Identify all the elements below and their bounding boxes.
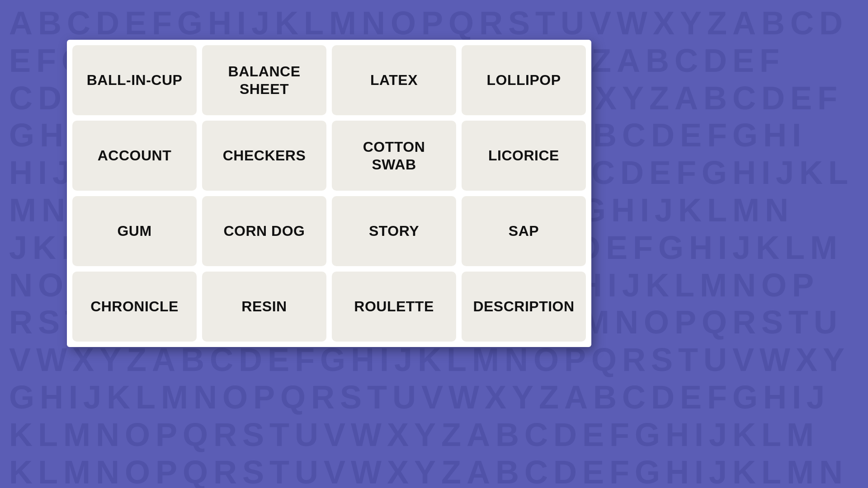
- card-label-checkers: CHECKERS: [223, 147, 306, 164]
- card-story[interactable]: STORY: [332, 196, 456, 266]
- card-corn-dog[interactable]: CORN DOG: [202, 196, 326, 266]
- card-lollipop[interactable]: LOLLIPOP: [462, 45, 586, 115]
- card-label-sap: SAP: [509, 222, 539, 239]
- card-label-story: STORY: [369, 222, 419, 239]
- card-label-gum: GUM: [117, 222, 151, 239]
- card-description[interactable]: DESCRIPTION: [462, 272, 586, 342]
- card-latex[interactable]: LATEX: [332, 45, 456, 115]
- card-label-roulette: ROULETTE: [354, 298, 434, 315]
- card-label-balance-sheet: BALANCE SHEET: [209, 63, 319, 98]
- card-label-lollipop: LOLLIPOP: [487, 71, 561, 89]
- card-label-account: ACCOUNT: [98, 147, 171, 164]
- card-label-ball-in-cup: BALL-IN-CUP: [87, 71, 183, 89]
- card-roulette[interactable]: ROULETTE: [332, 272, 456, 342]
- card-account[interactable]: ACCOUNT: [72, 121, 197, 191]
- card-gum[interactable]: GUM: [72, 196, 197, 266]
- card-label-resin: RESIN: [241, 298, 287, 315]
- card-resin[interactable]: RESIN: [202, 272, 326, 342]
- card-chronicle[interactable]: CHRONICLE: [72, 272, 197, 342]
- card-sap[interactable]: SAP: [462, 196, 586, 266]
- card-label-licorice: LICORICE: [488, 147, 559, 164]
- card-label-latex: LATEX: [370, 71, 418, 89]
- card-ball-in-cup[interactable]: BALL-IN-CUP: [72, 45, 197, 115]
- card-label-description: DESCRIPTION: [473, 298, 574, 315]
- card-grid: BALL-IN-CUPBALANCE SHEETLATEXLOLLIPOPACC…: [67, 40, 591, 347]
- card-checkers[interactable]: CHECKERS: [202, 121, 326, 191]
- card-licorice[interactable]: LICORICE: [462, 121, 586, 191]
- card-balance-sheet[interactable]: BALANCE SHEET: [202, 45, 326, 115]
- card-label-cotton-swab: COTTON SWAB: [339, 138, 449, 173]
- card-label-chronicle: CHRONICLE: [90, 298, 179, 315]
- card-label-corn-dog: CORN DOG: [224, 222, 305, 239]
- card-cotton-swab[interactable]: COTTON SWAB: [332, 121, 456, 191]
